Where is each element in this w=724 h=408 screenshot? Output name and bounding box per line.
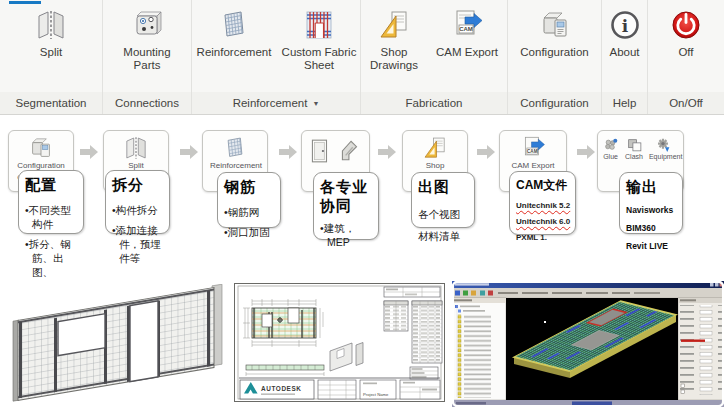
door-icon [309,138,331,164]
ribbon-panel-onoff: Off On/Off [648,0,724,114]
shop-drawings-icon [377,7,411,43]
panel-label-text: Reinforcement [233,97,308,109]
button-label: Custom Fabric Sheet [278,46,360,72]
cam-export-icon: CAM [450,7,484,43]
panel-label-configuration: Configuration [508,92,601,114]
configuration-button[interactable]: Configuration [511,7,599,59]
panel-label-segmentation: Segmentation [0,92,102,114]
svg-text:i: i [621,16,628,36]
cam-chip-text: CAM [459,26,473,32]
chevron-down-icon: ▼ [312,100,319,107]
mounting-parts-button[interactable]: Mounting Parts [110,7,184,72]
flow-box-line: Unitechnik 5.2 [516,200,571,211]
rebar-schedule-table [412,301,442,363]
flow-box-line: •构件拆分 [112,203,165,217]
flow-arrow [477,145,495,159]
button-label: Reinforcement [197,46,272,59]
button-label: Off [678,46,693,59]
flow-box-line: •洞口加固 [224,225,276,239]
about-button[interactable]: i About [603,7,647,59]
flow-box-line: •建筑，MEP [320,221,374,249]
ribbon-panel-fabrication: Shop Drawings CAM CAM Export Fabrication [361,0,508,114]
autodesk-brand-text: AUTODESK [261,385,302,392]
button-label: Split [40,46,62,59]
flow-box-title: CAM文件 [516,177,571,194]
flow-box-line: •拆分、钢筋、出图、 [25,237,79,280]
clash-item: Clash [625,137,643,161]
configuration-icon [538,7,572,43]
flow-box-line: •添加连接件，预埋件等 [112,223,165,266]
ribbon-panel-help: i About Help [602,0,648,114]
reinforcement-icon [217,7,251,43]
flow-box-output: 输出 Navisworks BIM360 Revit LIVE [619,172,683,234]
flow-box-title: 钢筋 [224,178,276,197]
glue-item: Glue [602,137,619,161]
split-icon [34,7,68,43]
ribbon: Split Segmentation [0,0,724,115]
glue-icon [602,137,619,153]
button-label: Mounting Parts [110,46,184,72]
flow-box-line: PXML 1. [516,232,571,243]
custom-fabric-sheet-button[interactable]: Custom Fabric Sheet [278,7,360,72]
flow-arrow [577,145,595,159]
mounting-parts-icon [130,7,164,43]
cam-viewer-image [452,281,724,407]
equipment-icon [655,137,672,153]
off-button[interactable]: Off [661,7,711,59]
flow-box-line: 材料清单 [418,229,470,244]
flow-card-label: Reinforcement [210,161,260,171]
flow-arrow [180,145,198,159]
panel-label-reinforcement[interactable]: Reinforcement ▼ [192,92,360,114]
flow-box-title: 输出 [626,178,678,197]
project-name-text: Project Name [363,392,389,397]
title-block: AUTODESK Project Name [239,378,440,399]
configuration-icon [28,135,54,161]
flow-icon-label: Equipment [649,153,679,161]
button-label: About [609,46,639,59]
flow-box-split: 拆分 •构件拆分 •添加连接件，预埋件等 [105,170,170,234]
active-tab-indicator [9,1,41,4]
flow-box-line: •钢筋网 [224,205,276,219]
ribbon-panel-reinforcement: Reinforcement Custom Fabric Sheet Reinfo… [192,0,361,114]
panel-label-fabrication: Fabrication [361,92,507,114]
flow-box-coordination: 各专业协同 •建筑，MEP [313,172,379,240]
panel-label-onoff: On/Off [648,92,724,114]
cam-export-icon: CAM [520,135,546,161]
side-table [384,301,408,331]
button-label: Shop Drawings [362,46,426,72]
flow-box-line: BIM360 [626,223,678,233]
panel-label-help: Help [602,92,647,114]
shop-drawings-icon [422,135,448,161]
button-label: Configuration [520,46,588,59]
panel-label-connections: Connections [103,92,191,114]
flow-box-title: 拆分 [112,176,165,195]
flow-box-line: Unitechnik 6.0 [516,216,571,227]
flow-box-cam-files: CAM文件 Unitechnik 5.2 Unitechnik 6.0 PXML… [509,171,576,235]
ribbon-panel-connections: Mounting Parts Connections [103,0,192,114]
flow-box-title: 配置 [25,176,79,195]
flow-icon-label: Clash [625,153,643,161]
about-icon: i [608,7,642,43]
split-button[interactable]: Split [15,7,87,59]
precast-wall-3d-image [2,284,232,406]
button-label: CAM Export [436,46,498,59]
cam-export-button[interactable]: CAM CAM Export [428,7,506,59]
flow-box-line: Navisworks [626,205,678,215]
reinforcement-icon [222,135,248,161]
equipment-item: Equipment [649,137,679,161]
flow-box-line: 各个视图 [418,207,470,222]
flow-box-line: Revit LIVE [626,241,678,251]
shop-drawing-sheet-image: AUTODESK Project Name [234,283,445,402]
split-icon [123,135,149,161]
flow-arrow [279,145,297,159]
red-warning-text [681,340,705,342]
clash-icon [626,137,643,153]
flow-box-configuration: 配置 •不同类型构件 •拆分、钢筋、出图、 [18,170,84,234]
shop-drawings-button[interactable]: Shop Drawings [362,7,426,72]
sheet-header-table [384,287,440,297]
flow-arrow [378,145,396,159]
custom-fabric-sheet-icon [302,7,336,43]
reinforcement-button[interactable]: Reinforcement [192,7,276,59]
off-icon [669,7,703,43]
flow-card-label: CAM Export [511,161,554,171]
